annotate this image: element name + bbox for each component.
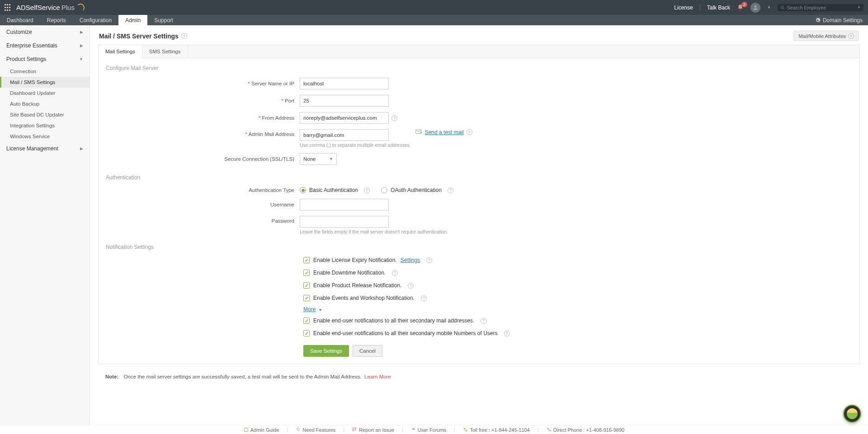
footer-bar: Admin Guide Need Features Report an Issu…: [0, 425, 868, 434]
help-icon[interactable]: ?: [181, 33, 187, 39]
employee-search[interactable]: ▼: [778, 4, 863, 11]
sidebar-customize[interactable]: Customize ▶: [0, 25, 90, 39]
footer-user-forums[interactable]: User Forums: [411, 427, 447, 433]
label-secure: Secure Connection (SSL/TLS): [99, 156, 300, 162]
tab-configuration[interactable]: Configuration: [73, 15, 118, 25]
svg-point-0: [755, 5, 757, 8]
sidebar-enterprise[interactable]: Enterprise Essentials ▶: [0, 39, 90, 52]
search-icon: [780, 5, 785, 10]
logo-text-suffix: Plus: [61, 4, 75, 11]
settings-link[interactable]: Settings: [401, 257, 420, 263]
from-address-input[interactable]: [300, 112, 389, 124]
sidebar-connection[interactable]: Connection: [0, 66, 90, 77]
sidebar-dashboard-updater[interactable]: Dashboard Updater: [0, 88, 90, 98]
svg-line-2: [783, 8, 784, 9]
caret-down-icon: ▼: [79, 57, 83, 61]
tab-dashboard[interactable]: Dashboard: [0, 15, 40, 25]
help-icon[interactable]: ?: [467, 129, 472, 135]
main-content: Mail / SMS Server Settings ? Mail/Mobile…: [90, 25, 868, 425]
cancel-button[interactable]: Cancel: [353, 345, 382, 357]
product-logo: ADSelfService Plus: [16, 4, 85, 12]
svg-point-7: [414, 429, 415, 429]
tab-support[interactable]: Support: [147, 15, 180, 25]
learn-more-link[interactable]: Learn More: [364, 374, 391, 379]
username-input[interactable]: [300, 199, 389, 210]
talkback-link[interactable]: Talk Back: [707, 5, 730, 11]
port-input[interactable]: [300, 95, 389, 107]
svg-point-1: [781, 6, 783, 8]
checkbox-events-workshop[interactable]: [303, 295, 310, 301]
logo-text-main: ADSelfService: [16, 4, 60, 11]
divider: [402, 427, 403, 433]
radio-oauth[interactable]: OAuth Authentication ?: [381, 187, 453, 193]
help-icon[interactable]: ?: [408, 283, 414, 289]
admin-mail-help: Use comma (,) to separate multiple email…: [300, 142, 411, 148]
help-icon[interactable]: ?: [364, 187, 370, 193]
label-username: Username: [99, 202, 300, 207]
page-header: Mail / SMS Server Settings ? Mail/Mobile…: [90, 25, 868, 45]
help-icon[interactable]: ?: [448, 187, 453, 193]
checkbox-secondary-mobile[interactable]: [303, 330, 310, 336]
save-button[interactable]: Save Settings: [303, 345, 349, 357]
avatar-caret-icon: ▼: [767, 5, 771, 9]
section-notification: Notification Settings: [99, 237, 859, 254]
help-icon[interactable]: ?: [392, 115, 397, 121]
password-input[interactable]: [300, 216, 389, 228]
help-icon[interactable]: ?: [392, 270, 398, 276]
apps-grid-icon[interactable]: [5, 4, 12, 11]
admin-mail-input[interactable]: [300, 129, 389, 141]
footer-need-features[interactable]: Need Features: [296, 427, 335, 433]
license-link[interactable]: License: [674, 5, 693, 11]
search-caret-icon: ▼: [857, 5, 861, 9]
tab-mail-settings[interactable]: Mail Settings: [99, 45, 142, 58]
more-link[interactable]: More: [303, 306, 316, 313]
checkbox-label: Enable end-user notifications to all the…: [313, 330, 498, 336]
search-input[interactable]: [787, 5, 857, 10]
sidebar-license-mgmt[interactable]: License Management ▶: [0, 142, 90, 155]
bulb-icon: [296, 427, 301, 432]
sidebar-integration[interactable]: Integration Settings: [0, 120, 90, 131]
user-avatar[interactable]: [750, 3, 760, 13]
sidebar-windows-service[interactable]: Windows Service: [0, 131, 90, 142]
footer-report-issue[interactable]: Report an Issue: [352, 427, 394, 433]
help-icon[interactable]: ?: [504, 331, 510, 336]
svg-point-6: [412, 428, 414, 429]
checkbox-secondary-mail[interactable]: [303, 317, 310, 324]
notifications-bell[interactable]: 2: [737, 4, 744, 11]
checkbox-license-expiry[interactable]: [303, 257, 310, 263]
radio-basic-auth[interactable]: Basic Authentication ?: [300, 187, 370, 193]
password-help: Leave the fields empty if the mail serve…: [300, 229, 448, 234]
tab-sms-settings[interactable]: SMS Settings: [142, 45, 188, 58]
checkbox-downtime[interactable]: [303, 270, 310, 276]
svg-point-5: [297, 428, 300, 431]
help-icon[interactable]: ?: [421, 295, 427, 301]
domain-settings-button[interactable]: Domain Settings: [810, 15, 868, 25]
sidebar-product-settings[interactable]: Product Settings ▼: [0, 52, 90, 66]
sidebar-auto-backup[interactable]: Auto Backup: [0, 98, 90, 109]
checkbox-product-release[interactable]: [303, 282, 310, 289]
mail-mobile-attributes-button[interactable]: Mail/Mobile Attributes ?: [793, 31, 859, 41]
footer-direct-phone[interactable]: Direct Phone : +1-408-916-9890: [547, 427, 624, 433]
tab-reports[interactable]: Reports: [40, 15, 73, 25]
help-icon[interactable]: ?: [426, 257, 432, 263]
svg-rect-4: [245, 428, 248, 431]
send-test-mail-link[interactable]: Send a test mail: [425, 129, 464, 135]
sidebar-site-dc[interactable]: Site Based DC Updater: [0, 109, 90, 120]
chat-support-bubble[interactable]: [843, 405, 861, 423]
phone-icon: [547, 427, 552, 432]
help-icon[interactable]: ?: [848, 33, 854, 39]
logo-swirl-icon: [76, 4, 85, 12]
help-icon[interactable]: ?: [481, 318, 486, 324]
server-name-input[interactable]: [300, 78, 389, 89]
settings-sidebar: Customize ▶ Enterprise Essentials ▶ Prod…: [0, 25, 90, 425]
footer-admin-guide[interactable]: Admin Guide: [244, 427, 279, 433]
users-icon: [411, 427, 416, 432]
secure-connection-select[interactable]: None ▼: [300, 153, 337, 165]
radio-icon: [381, 187, 387, 193]
footer-toll-free[interactable]: Toll free : +1-844-245-1104: [463, 427, 529, 433]
note-bar: Note: Once the mail server settings are …: [98, 369, 860, 384]
tab-admin[interactable]: Admin: [118, 15, 147, 25]
footer-label: Direct Phone : +1-408-916-9890: [553, 427, 624, 433]
sidebar-mail-sms[interactable]: Mail / SMS Settings: [0, 77, 90, 88]
section-authentication: Authentication: [99, 168, 859, 184]
